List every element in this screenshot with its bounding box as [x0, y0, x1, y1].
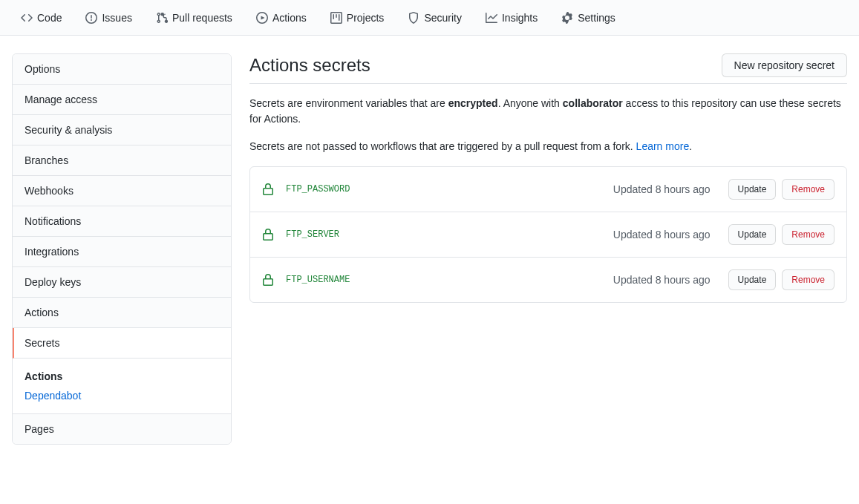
sidebar-item-deploy-keys[interactable]: Deploy keys	[13, 267, 231, 298]
secret-actions: Update Remove	[728, 269, 834, 290]
sidebar-item-actions[interactable]: Actions	[13, 298, 231, 328]
main-content: Actions secrets New repository secret Se…	[249, 53, 847, 445]
sidebar-item-label: Integrations	[25, 246, 79, 258]
sidebar-secrets-subgroup: Actions Dependabot	[13, 359, 231, 414]
secret-updated: Updated 8 hours ago	[613, 274, 711, 286]
new-repository-secret-button[interactable]: New repository secret	[722, 53, 847, 77]
tab-label: Issues	[102, 12, 131, 24]
repo-topnav: Code Issues Pull requests Actions Projec…	[0, 0, 859, 36]
secret-name: FTP_USERNAME	[286, 275, 601, 285]
sidebar-item-options[interactable]: Options	[13, 54, 231, 85]
tab-issues[interactable]: Issues	[76, 6, 140, 30]
lock-icon	[262, 274, 274, 286]
sidebar-item-label: Options	[25, 63, 60, 75]
code-icon	[21, 12, 33, 24]
issue-icon	[85, 12, 97, 24]
gear-icon	[561, 12, 573, 24]
project-icon	[330, 12, 342, 24]
tab-code[interactable]: Code	[12, 6, 71, 30]
sidebar-subhead: Actions	[25, 370, 219, 382]
sidebar-item-label: Security & analysis	[25, 124, 112, 136]
sidebar-item-notifications[interactable]: Notifications	[13, 206, 231, 237]
tab-insights[interactable]: Insights	[477, 6, 546, 30]
secret-row: FTP_SERVER Updated 8 hours ago Update Re…	[250, 212, 846, 258]
secrets-description-1: Secrets are environment variables that a…	[249, 96, 847, 127]
update-button[interactable]: Update	[728, 269, 777, 290]
tab-actions[interactable]: Actions	[247, 6, 316, 30]
secret-actions: Update Remove	[728, 224, 834, 245]
sidebar-item-label: Branches	[25, 154, 68, 166]
secret-actions: Update Remove	[728, 179, 834, 200]
tab-label: Insights	[502, 12, 538, 24]
page-title: Actions secrets	[249, 55, 370, 76]
tab-label: Pull requests	[172, 12, 232, 24]
secrets-description-2: Secrets are not passed to workflows that…	[249, 139, 847, 154]
sidebar-item-manage-access[interactable]: Manage access	[13, 85, 231, 115]
pr-icon	[156, 12, 168, 24]
tab-pullrequests[interactable]: Pull requests	[147, 6, 241, 30]
sidebar-item-label: Manage access	[25, 94, 97, 105]
tab-label: Actions	[272, 12, 307, 24]
sidebar-item-label: Notifications	[25, 215, 81, 227]
learn-more-link[interactable]: Learn more	[636, 140, 690, 152]
sidebar-item-secrets[interactable]: Secrets	[13, 328, 231, 359]
secret-name: FTP_PASSWORD	[286, 184, 601, 194]
secret-row: FTP_PASSWORD Updated 8 hours ago Update …	[250, 167, 846, 212]
tab-label: Settings	[578, 12, 615, 24]
sidebar-item-label: Actions	[25, 307, 59, 318]
tab-settings[interactable]: Settings	[552, 6, 624, 30]
secret-row: FTP_USERNAME Updated 8 hours ago Update …	[250, 258, 846, 302]
secret-updated: Updated 8 hours ago	[613, 183, 711, 195]
lock-icon	[262, 183, 274, 195]
sidebar-item-label: Webhooks	[25, 185, 74, 197]
tab-label: Projects	[347, 12, 385, 24]
remove-button[interactable]: Remove	[782, 224, 834, 245]
settings-sidebar: Options Manage access Security & analysi…	[12, 53, 232, 445]
update-button[interactable]: Update	[728, 179, 777, 200]
sidebar-sublink-dependabot[interactable]: Dependabot	[25, 390, 81, 402]
remove-button[interactable]: Remove	[782, 179, 834, 200]
sidebar-item-webhooks[interactable]: Webhooks	[13, 176, 231, 206]
sidebar-item-pages[interactable]: Pages	[13, 414, 231, 444]
sidebar-item-integrations[interactable]: Integrations	[13, 237, 231, 267]
sidebar-item-label: Pages	[25, 423, 54, 435]
play-icon	[256, 12, 268, 24]
secrets-list: FTP_PASSWORD Updated 8 hours ago Update …	[249, 166, 847, 303]
tab-label: Security	[424, 12, 462, 24]
sidebar-item-label: Secrets	[25, 337, 59, 349]
tab-label: Code	[37, 12, 62, 24]
tab-projects[interactable]: Projects	[321, 6, 393, 30]
shield-icon	[408, 12, 419, 24]
sidebar-item-security-analysis[interactable]: Security & analysis	[13, 115, 231, 145]
secret-updated: Updated 8 hours ago	[613, 229, 711, 240]
lock-icon	[262, 229, 274, 240]
sidebar-item-branches[interactable]: Branches	[13, 145, 231, 176]
graph-icon	[486, 12, 497, 24]
page-header: Actions secrets New repository secret	[249, 53, 847, 84]
sidebar-item-label: Deploy keys	[25, 276, 81, 288]
secret-name: FTP_SERVER	[286, 229, 601, 240]
remove-button[interactable]: Remove	[782, 269, 834, 290]
update-button[interactable]: Update	[728, 224, 777, 245]
tab-security[interactable]: Security	[399, 6, 471, 30]
